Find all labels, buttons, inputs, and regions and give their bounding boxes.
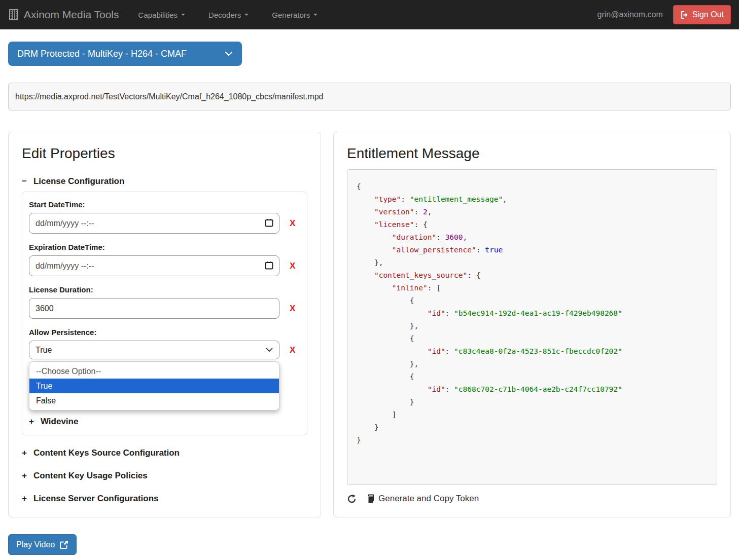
option-choose[interactable]: --Choose Option-- (29, 364, 279, 379)
external-link-icon (60, 540, 68, 549)
license-configuration-group: Start DateTime: (22, 192, 307, 435)
license-duration-label: License Duration: (29, 285, 300, 294)
chevron-down-icon (266, 348, 273, 352)
nav-item-label: Decoders (208, 11, 241, 19)
token-actions-row: Generate and Copy Token (347, 494, 717, 504)
brand[interactable]: Axinom Media Tools (8, 9, 119, 21)
section-license-configuration[interactable]: − License Configuration (22, 176, 307, 186)
section-label: Content Key Usage Policies (33, 471, 148, 481)
collapse-icon: − (22, 176, 27, 186)
field-expiration-datetime: Expiration DateTime: (29, 243, 300, 276)
section-license-server[interactable]: + License Server Configurations (22, 494, 307, 504)
entitlement-message-title: Entitlement Message (347, 145, 717, 162)
allow-persistence-value: True (36, 346, 52, 355)
test-vector-value: DRM Protected - MultiKey - H264 - CMAF (17, 49, 187, 59)
nav-item-decoders[interactable]: Decoders (208, 11, 249, 19)
user-email: grin@axinom.com (597, 10, 663, 19)
brand-label: Axinom Media Tools (24, 9, 119, 21)
clear-expiration-datetime-button[interactable]: X (290, 261, 295, 271)
allow-persistence-select[interactable]: True (29, 341, 279, 359)
copy-icon (367, 494, 376, 504)
allow-persistence-label: Allow Persistence: (29, 328, 300, 337)
nav-links: Capabilities Decoders Generators (138, 11, 318, 19)
nav-right: grin@axinom.com Sign Out (597, 5, 731, 24)
nav-item-label: Capabilities (138, 11, 178, 19)
section-label: Widevine (41, 417, 78, 427)
manifest-url-box[interactable]: https://media.axprod.net/TestVectors/Mul… (8, 83, 731, 110)
start-datetime-label: Start DateTime: (29, 200, 300, 209)
play-video-label: Play Video (16, 540, 55, 549)
expiration-datetime-label: Expiration DateTime: (29, 243, 300, 251)
calendar-icon[interactable] (265, 218, 273, 229)
sign-out-button[interactable]: Sign Out (673, 5, 731, 24)
clear-license-duration-button[interactable]: X (290, 304, 295, 314)
field-allow-persistence: Allow Persistence: True X --Choose Optio… (29, 328, 300, 410)
start-datetime-input[interactable] (29, 213, 279, 234)
nav-item-label: Generators (272, 11, 310, 19)
calendar-icon[interactable] (265, 261, 273, 272)
expiration-datetime-input[interactable] (29, 255, 279, 276)
section-content-keys-source[interactable]: + Content Keys Source Configuration (22, 448, 307, 458)
nav-item-generators[interactable]: Generators (272, 11, 318, 19)
chevron-down-icon (225, 51, 233, 56)
expand-icon: + (22, 448, 27, 458)
edit-properties-title: Edit Properties (22, 145, 307, 162)
caret-down-icon (313, 14, 318, 16)
refresh-icon[interactable] (347, 494, 357, 504)
section-content-key-usage[interactable]: + Content Key Usage Policies (22, 471, 307, 481)
expand-icon: + (22, 494, 27, 504)
test-vector-select[interactable]: DRM Protected - MultiKey - H264 - CMAF (8, 42, 242, 66)
clear-start-datetime-button[interactable]: X (290, 218, 295, 229)
play-video-button[interactable]: Play Video (8, 534, 77, 555)
sign-out-label: Sign Out (692, 10, 724, 19)
option-false[interactable]: False (29, 393, 279, 408)
caret-down-icon (181, 14, 185, 16)
field-start-datetime: Start DateTime: (29, 200, 300, 234)
nav-item-capabilities[interactable]: Capabilities (138, 11, 186, 19)
option-true[interactable]: True (29, 379, 279, 393)
section-label: License Server Configurations (33, 494, 159, 504)
caret-down-icon (244, 14, 249, 16)
manifest-url: https://media.axprod.net/TestVectors/Mul… (15, 92, 323, 101)
generate-copy-token-button[interactable]: Generate and Copy Token (367, 494, 479, 504)
field-license-duration: License Duration: X (29, 285, 300, 319)
clear-allow-persistence-button[interactable]: X (290, 345, 295, 355)
generate-copy-token-label: Generate and Copy Token (378, 494, 479, 504)
edit-properties-panel: Edit Properties − License Configuration … (8, 132, 321, 517)
navbar: Axinom Media Tools Capabilities Decoders… (0, 0, 739, 29)
entitlement-json[interactable]: { "type": "entitlement_message", "versio… (347, 169, 717, 485)
section-label: License Configuration (33, 176, 124, 186)
section-label: Content Keys Source Configuration (33, 448, 180, 458)
section-widevine[interactable]: + Widevine (29, 417, 300, 427)
expand-icon: + (22, 471, 27, 481)
license-duration-input[interactable] (29, 298, 279, 319)
expand-icon: + (29, 417, 34, 427)
allow-persistence-dropdown: --Choose Option-- True False (29, 361, 279, 410)
film-icon (8, 9, 19, 20)
entitlement-message-panel: Entitlement Message { "type": "entitleme… (333, 132, 731, 517)
sign-out-icon (680, 11, 689, 19)
